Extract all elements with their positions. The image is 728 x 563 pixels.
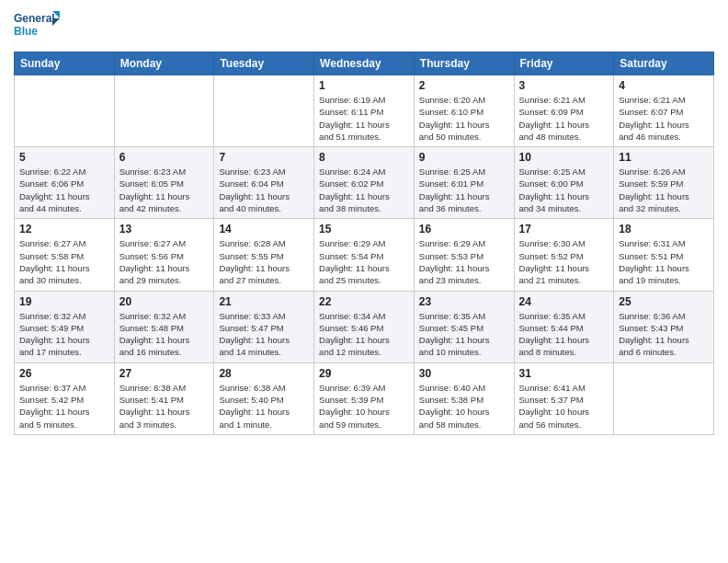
day-info: Sunrise: 6:38 AMSunset: 5:41 PMDaylight:… xyxy=(119,382,210,431)
day-info: Sunrise: 6:39 AMSunset: 5:39 PMDaylight:… xyxy=(319,382,409,431)
day-number: 30 xyxy=(419,367,509,380)
day-cell-5: 5Sunrise: 6:22 AMSunset: 6:06 PMDaylight… xyxy=(15,147,115,219)
day-info: Sunrise: 6:40 AMSunset: 5:38 PMDaylight:… xyxy=(419,382,509,431)
day-info: Sunrise: 6:29 AMSunset: 5:54 PMDaylight:… xyxy=(319,237,409,286)
day-cell-19: 19Sunrise: 6:32 AMSunset: 5:49 PMDayligh… xyxy=(15,291,115,362)
week-row-5: 26Sunrise: 6:37 AMSunset: 5:42 PMDayligh… xyxy=(15,362,714,434)
day-info: Sunrise: 6:32 AMSunset: 5:49 PMDaylight:… xyxy=(19,310,109,359)
day-info: Sunrise: 6:28 AMSunset: 5:55 PMDaylight:… xyxy=(219,237,309,286)
weekday-thursday: Thursday xyxy=(414,52,514,75)
day-info: Sunrise: 6:31 AMSunset: 5:51 PMDaylight:… xyxy=(619,237,709,286)
day-number: 2 xyxy=(419,79,509,92)
day-info: Sunrise: 6:27 AMSunset: 5:56 PMDaylight:… xyxy=(119,237,210,286)
svg-marker-3 xyxy=(52,18,60,26)
day-info: Sunrise: 6:36 AMSunset: 5:43 PMDaylight:… xyxy=(619,310,709,359)
empty-cell xyxy=(614,362,714,434)
weekday-tuesday: Tuesday xyxy=(214,52,314,75)
day-number: 27 xyxy=(119,367,210,380)
day-cell-31: 31Sunrise: 6:41 AMSunset: 5:37 PMDayligh… xyxy=(514,362,614,434)
day-cell-7: 7Sunrise: 6:23 AMSunset: 6:04 PMDaylight… xyxy=(214,147,314,219)
day-info: Sunrise: 6:34 AMSunset: 5:46 PMDaylight:… xyxy=(319,310,409,359)
day-number: 3 xyxy=(519,79,609,92)
day-cell-23: 23Sunrise: 6:35 AMSunset: 5:45 PMDayligh… xyxy=(414,291,514,362)
day-number: 22 xyxy=(319,295,409,308)
week-row-1: 1Sunrise: 6:19 AMSunset: 6:11 PMDaylight… xyxy=(15,75,714,147)
weekday-wednesday: Wednesday xyxy=(314,52,415,75)
svg-text:Blue: Blue xyxy=(14,25,38,38)
weekday-sunday: Sunday xyxy=(15,52,115,75)
day-cell-6: 6Sunrise: 6:23 AMSunset: 6:05 PMDaylight… xyxy=(114,147,214,219)
day-cell-10: 10Sunrise: 6:25 AMSunset: 6:00 PMDayligh… xyxy=(514,147,614,219)
empty-cell xyxy=(114,75,214,147)
day-cell-25: 25Sunrise: 6:36 AMSunset: 5:43 PMDayligh… xyxy=(614,291,714,362)
day-number: 24 xyxy=(519,295,609,308)
day-cell-9: 9Sunrise: 6:25 AMSunset: 6:01 PMDaylight… xyxy=(414,147,514,219)
day-number: 16 xyxy=(419,223,509,236)
day-number: 31 xyxy=(519,367,609,380)
day-cell-17: 17Sunrise: 6:30 AMSunset: 5:52 PMDayligh… xyxy=(514,219,614,291)
week-row-2: 5Sunrise: 6:22 AMSunset: 6:06 PMDaylight… xyxy=(15,147,714,219)
day-number: 5 xyxy=(19,151,109,164)
day-info: Sunrise: 6:25 AMSunset: 6:00 PMDaylight:… xyxy=(519,166,609,214)
day-info: Sunrise: 6:32 AMSunset: 5:48 PMDaylight:… xyxy=(119,310,210,359)
day-number: 10 xyxy=(519,151,609,164)
logo-svg: General Blue xyxy=(14,9,60,44)
day-info: Sunrise: 6:38 AMSunset: 5:40 PMDaylight:… xyxy=(219,382,309,431)
weekday-friday: Friday xyxy=(514,52,614,75)
day-cell-12: 12Sunrise: 6:27 AMSunset: 5:58 PMDayligh… xyxy=(15,219,115,291)
day-info: Sunrise: 6:35 AMSunset: 5:44 PMDaylight:… xyxy=(519,310,609,359)
day-number: 9 xyxy=(419,151,509,164)
weekday-monday: Monday xyxy=(114,52,214,75)
day-cell-28: 28Sunrise: 6:38 AMSunset: 5:40 PMDayligh… xyxy=(214,362,314,434)
day-info: Sunrise: 6:24 AMSunset: 6:02 PMDaylight:… xyxy=(319,166,409,214)
day-number: 17 xyxy=(519,223,609,236)
day-number: 21 xyxy=(219,295,309,308)
day-number: 28 xyxy=(219,367,309,380)
day-cell-24: 24Sunrise: 6:35 AMSunset: 5:44 PMDayligh… xyxy=(514,291,614,362)
day-number: 15 xyxy=(319,223,409,236)
day-cell-16: 16Sunrise: 6:29 AMSunset: 5:53 PMDayligh… xyxy=(414,219,514,291)
day-info: Sunrise: 6:23 AMSunset: 6:05 PMDaylight:… xyxy=(119,166,210,214)
day-info: Sunrise: 6:37 AMSunset: 5:42 PMDaylight:… xyxy=(19,382,109,431)
day-cell-14: 14Sunrise: 6:28 AMSunset: 5:55 PMDayligh… xyxy=(214,219,314,291)
day-info: Sunrise: 6:20 AMSunset: 6:10 PMDaylight:… xyxy=(419,94,509,143)
day-cell-27: 27Sunrise: 6:38 AMSunset: 5:41 PMDayligh… xyxy=(114,362,214,434)
day-info: Sunrise: 6:21 AMSunset: 6:07 PMDaylight:… xyxy=(619,94,709,143)
day-number: 11 xyxy=(619,151,709,164)
day-number: 25 xyxy=(619,295,709,308)
day-number: 26 xyxy=(19,367,109,380)
day-number: 12 xyxy=(19,223,109,236)
day-cell-8: 8Sunrise: 6:24 AMSunset: 6:02 PMDaylight… xyxy=(314,147,415,219)
day-number: 7 xyxy=(219,151,309,164)
day-info: Sunrise: 6:22 AMSunset: 6:06 PMDaylight:… xyxy=(19,166,109,214)
day-cell-26: 26Sunrise: 6:37 AMSunset: 5:42 PMDayligh… xyxy=(15,362,115,434)
day-info: Sunrise: 6:19 AMSunset: 6:11 PMDaylight:… xyxy=(319,94,409,143)
day-info: Sunrise: 6:33 AMSunset: 5:47 PMDaylight:… xyxy=(219,310,309,359)
weekday-header-row: SundayMondayTuesdayWednesdayThursdayFrid… xyxy=(15,52,714,75)
day-cell-21: 21Sunrise: 6:33 AMSunset: 5:47 PMDayligh… xyxy=(214,291,314,362)
day-number: 4 xyxy=(619,79,709,92)
day-cell-2: 2Sunrise: 6:20 AMSunset: 6:10 PMDaylight… xyxy=(414,75,514,147)
day-cell-29: 29Sunrise: 6:39 AMSunset: 5:39 PMDayligh… xyxy=(314,362,415,434)
day-info: Sunrise: 6:26 AMSunset: 5:59 PMDaylight:… xyxy=(619,166,709,214)
day-info: Sunrise: 6:30 AMSunset: 5:52 PMDaylight:… xyxy=(519,237,609,286)
day-number: 13 xyxy=(119,223,210,236)
day-number: 14 xyxy=(219,223,309,236)
day-number: 20 xyxy=(119,295,210,308)
day-cell-20: 20Sunrise: 6:32 AMSunset: 5:48 PMDayligh… xyxy=(114,291,214,362)
empty-cell xyxy=(214,75,314,147)
day-info: Sunrise: 6:27 AMSunset: 5:58 PMDaylight:… xyxy=(19,237,109,286)
calendar-table: SundayMondayTuesdayWednesdayThursdayFrid… xyxy=(14,52,714,435)
day-number: 18 xyxy=(619,223,709,236)
empty-cell xyxy=(15,75,115,147)
header: General Blue xyxy=(14,9,714,44)
day-cell-11: 11Sunrise: 6:26 AMSunset: 5:59 PMDayligh… xyxy=(614,147,714,219)
day-number: 23 xyxy=(419,295,509,308)
day-info: Sunrise: 6:35 AMSunset: 5:45 PMDaylight:… xyxy=(419,310,509,359)
day-cell-4: 4Sunrise: 6:21 AMSunset: 6:07 PMDaylight… xyxy=(614,75,714,147)
day-number: 29 xyxy=(319,367,409,380)
weekday-saturday: Saturday xyxy=(614,52,714,75)
week-row-4: 19Sunrise: 6:32 AMSunset: 5:49 PMDayligh… xyxy=(15,291,714,362)
day-info: Sunrise: 6:41 AMSunset: 5:37 PMDaylight:… xyxy=(519,382,609,431)
day-number: 6 xyxy=(119,151,210,164)
